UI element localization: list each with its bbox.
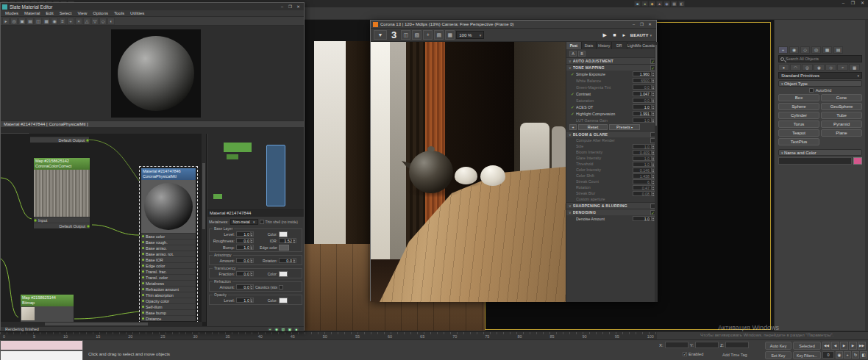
rendered-frame-window-icon[interactable]: ●: [641, 1, 648, 7]
slot-connector[interactable]: [142, 253, 144, 255]
streak-blur-value[interactable]: 0.08: [633, 191, 652, 196]
create-pyramid-button[interactable]: Pyramid: [821, 120, 862, 128]
streak-count-value[interactable]: 6: [633, 179, 652, 184]
slot-connector[interactable]: [142, 294, 144, 296]
compare-a-icon[interactable]: A: [569, 51, 577, 57]
slate-menu-select[interactable]: Select: [60, 10, 72, 16]
value-spinner[interactable]: 1.0: [236, 231, 254, 237]
slot-connector[interactable]: [142, 270, 144, 273]
create-box-button[interactable]: Box: [778, 94, 819, 101]
value-spinner[interactable]: 0.0: [236, 258, 254, 263]
move-up-icon[interactable]: △: [83, 18, 90, 25]
auto-key-button[interactable]: Auto Key: [765, 342, 791, 350]
pan-icon[interactable]: +: [267, 327, 273, 331]
value-spinner[interactable]: 0.0: [236, 284, 254, 289]
node-header[interactable]: Map #2158625142 CoronaColorCorrect: [34, 158, 90, 170]
denoise-amount-value[interactable]: 1.0: [633, 216, 652, 221]
lut-gamma-gain-value[interactable]: 1.0: [633, 118, 652, 123]
mirror-icon[interactable]: ◧: [678, 1, 685, 7]
material-slot-refraction-amount[interactable]: Refraction amount: [141, 286, 196, 292]
previous-frame-icon[interactable]: ◀: [831, 342, 839, 350]
material-slot-base-rough[interactable]: Base rough.: [141, 239, 196, 245]
play-icon[interactable]: ▶: [840, 342, 848, 350]
helpers-icon[interactable]: ◇: [825, 64, 836, 71]
zoom-region-icon[interactable]: ▧: [280, 327, 286, 331]
contrast-value[interactable]: 1.047: [633, 91, 652, 96]
slot-connector[interactable]: [142, 300, 144, 302]
material-slot-distance[interactable]: Distance: [141, 315, 196, 321]
material-slot-base-ior[interactable]: Base IOR: [141, 256, 196, 262]
material-slot-thin-absorption[interactable]: Thin absorption: [141, 292, 196, 298]
checkbox[interactable]: [279, 285, 283, 289]
material-editor-icon[interactable]: ◉: [664, 1, 670, 7]
slot-connector[interactable]: [142, 247, 144, 249]
slate-titlebar[interactable]: Slate Material Editor – ❐ ✕: [1, 3, 304, 10]
systems-icon[interactable]: ▦: [849, 64, 860, 71]
spinner-arrows-icon[interactable]: [251, 231, 254, 237]
slate-menu-modes[interactable]: Modes: [5, 10, 18, 16]
add-node-icon[interactable]: +: [67, 18, 74, 25]
material-slot-base-aniso[interactable]: Base aniso.: [141, 245, 196, 251]
add-operator-button[interactable]: +: [569, 124, 577, 130]
coordinate-input-z[interactable]: [725, 342, 749, 348]
material-sphere-thumbnail[interactable]: [141, 180, 196, 233]
region-render-icon[interactable]: ▧: [412, 30, 421, 40]
save-image-button[interactable]: ▼: [374, 30, 387, 40]
value-spinner[interactable]: 0.0: [236, 238, 254, 243]
create-textplus-button[interactable]: TextPlus: [778, 138, 819, 145]
checkbox[interactable]: ✓: [571, 105, 576, 109]
coordinate-input-x[interactable]: [665, 342, 689, 348]
autogrid-checkbox[interactable]: [809, 88, 814, 93]
material-preview-sphere[interactable]: [111, 29, 201, 118]
background-icon[interactable]: ◫: [35, 18, 42, 25]
material-slot-base-aniso-rot[interactable]: Base aniso. rot.: [141, 251, 196, 256]
color-swatch[interactable]: [279, 271, 288, 277]
motion-icon[interactable]: ◎: [811, 46, 821, 54]
checker-icon[interactable]: ▦: [43, 18, 50, 25]
display-icon[interactable]: ▦: [822, 46, 832, 54]
channel-dropdown[interactable]: BEAUTY: [630, 33, 652, 37]
node-bitmap[interactable]: Map #2158625144 Bitmap: [20, 294, 74, 323]
section-bloom-glare[interactable]: BLOOM & GLARE: [566, 131, 658, 137]
compare-b-icon[interactable]: B: [578, 51, 586, 57]
timeline-track-bar[interactable]: 0510152025303540455055606570758085909510…: [0, 331, 657, 339]
node-output-stub[interactable]: Default Output: [30, 137, 89, 143]
rotation-value[interactable]: 0.47: [633, 185, 652, 190]
spinner-arrows-icon[interactable]: [251, 271, 254, 276]
layer-explorer-icon[interactable]: ▦: [671, 1, 677, 7]
slate-menu-edit[interactable]: Edit: [46, 10, 53, 16]
render-start-icon[interactable]: ▶: [600, 30, 610, 40]
section-denoising[interactable]: DENOISING ✓: [566, 209, 658, 215]
zoom-icon[interactable]: ◉: [836, 351, 843, 359]
spinner-arrows-icon[interactable]: [251, 284, 254, 289]
glare-intensity-value[interactable]: 1.0: [633, 156, 652, 161]
wood-texture-thumbnail[interactable]: [34, 170, 90, 217]
minimize-button[interactable]: –: [630, 21, 638, 28]
create-torus-button[interactable]: Torus: [778, 120, 819, 128]
input-slot[interactable]: Input: [34, 217, 90, 223]
slot-connector[interactable]: [142, 282, 144, 284]
space-warps-icon[interactable]: ≈: [837, 64, 848, 71]
object-type-rollout[interactable]: Object Type: [778, 80, 862, 87]
value-spinner[interactable]: 1.0: [236, 245, 254, 250]
slate-menu-options[interactable]: Options: [93, 10, 108, 16]
name-and-color-rollout[interactable]: Name and Color: [778, 149, 862, 156]
hierarchy-icon[interactable]: ◇: [800, 46, 810, 54]
create-cone-button[interactable]: Cone: [821, 94, 862, 101]
node-corona-color-correct[interactable]: Map #2158625142 CoronaColorCorrect Input…: [33, 157, 90, 229]
create-icon[interactable]: +: [778, 46, 788, 54]
preview-icon[interactable]: ◉: [51, 18, 58, 25]
panel-scrollbar[interactable]: [865, 20, 868, 331]
pick-region-icon[interactable]: +: [423, 30, 433, 40]
slot-connector[interactable]: [142, 259, 144, 261]
cameras-icon[interactable]: ◉: [814, 64, 825, 71]
create-cylinder-button[interactable]: Cylinder: [778, 112, 819, 119]
maximize-viewport-icon[interactable]: ◧: [860, 351, 867, 359]
render-setup-icon[interactable]: ■: [634, 1, 641, 7]
material-slot-edge-color[interactable]: Edge color: [141, 262, 196, 268]
node-graph-view[interactable]: Default Output Map #2158625142 CoronaCol…: [1, 134, 207, 326]
spinner-arrows-icon[interactable]: [251, 238, 254, 243]
vfb-tab-lightmix[interactable]: LightMix: [627, 42, 643, 49]
spinner-arrows-icon[interactable]: [294, 258, 296, 263]
color-shift-value[interactable]: 1.438: [633, 173, 652, 179]
